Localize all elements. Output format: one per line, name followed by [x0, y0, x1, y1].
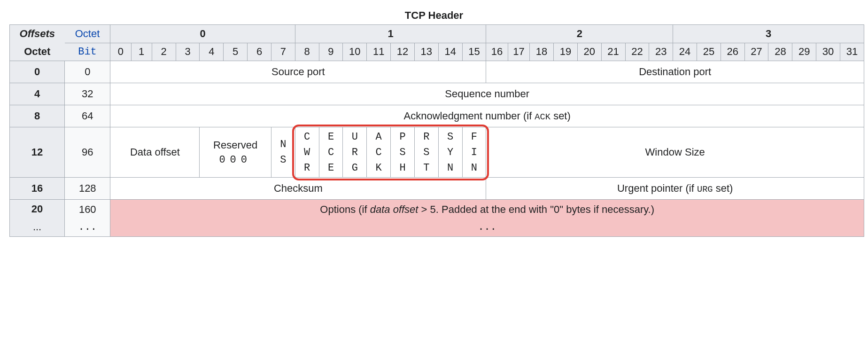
row-16-bit: 128	[65, 178, 110, 200]
field-options: Options (if data offset > 5. Padded at t…	[110, 200, 864, 237]
bit-7: 7	[271, 43, 295, 61]
bit-0: 0	[110, 43, 131, 61]
field-data-offset: Data offset	[110, 127, 200, 178]
octet-group-0: 0	[110, 25, 295, 43]
field-source-port: Source port	[110, 61, 486, 83]
field-checksum: Checksum	[110, 178, 486, 200]
options-dots: ...	[111, 219, 863, 236]
bit-2: 2	[152, 43, 176, 61]
bit-20: 20	[577, 43, 601, 61]
field-reserved: Reserved 000	[200, 127, 271, 178]
bit-14: 14	[438, 43, 462, 61]
flag-fin: F I N	[462, 127, 486, 178]
row-8-octet: 8	[10, 105, 65, 127]
field-ack-number: Acknowledgment number (if ACK set)	[110, 105, 864, 127]
bit-29: 29	[792, 43, 816, 61]
bit-19: 19	[554, 43, 578, 61]
offsets-label: Offsets	[10, 25, 65, 43]
bit-10: 10	[343, 43, 367, 61]
table-wrapper: Offsets Octet 0 1 2 3 Octet Bit 0 1 2 3 …	[9, 24, 864, 237]
row-20-octet: 20 ...	[10, 200, 65, 237]
octet-link-cell[interactable]: Octet	[65, 25, 110, 43]
field-destination-port: Destination port	[486, 61, 864, 83]
field-sequence-number: Sequence number	[110, 83, 864, 105]
header-row-bits: Octet Bit 0 1 2 3 4 5 6 7 8 9 10 11 12 1…	[10, 43, 864, 61]
offsets-text: Offsets	[20, 28, 55, 39]
bit-16: 16	[486, 43, 508, 61]
bit-17: 17	[508, 43, 529, 61]
bit-18: 18	[530, 43, 554, 61]
flag-syn: S Y N	[438, 127, 462, 178]
row-12: 12 96 Data offset Reserved 000 N S C W R…	[10, 127, 864, 178]
urg-mono: URG	[697, 184, 713, 195]
row-20-octet-val: 20	[10, 200, 64, 218]
bit-30: 30	[816, 43, 840, 61]
bit-28: 28	[768, 43, 792, 61]
bit-1: 1	[131, 43, 152, 61]
flag-ack: A C K	[367, 127, 391, 178]
row-20-bit-val: 160	[65, 201, 109, 219]
bit-23: 23	[649, 43, 673, 61]
octet-group-1: 1	[295, 25, 486, 43]
bit-12: 12	[391, 43, 415, 61]
flag-ece: E C E	[319, 127, 343, 178]
octet-group-2: 2	[486, 25, 673, 43]
flag-urg: U R G	[343, 127, 367, 178]
row-20-octet-dots: ...	[10, 218, 64, 236]
flag-ns: N S	[271, 127, 295, 178]
flag-cwr: C W R	[295, 127, 319, 178]
bit-24: 24	[673, 43, 697, 61]
ack-text-suffix: set)	[550, 110, 571, 122]
tcp-header-table: Offsets Octet 0 1 2 3 Octet Bit 0 1 2 3 …	[9, 24, 864, 237]
row-16: 16 128 Checksum Urgent pointer (if URG s…	[10, 178, 864, 200]
header-row-octet-groups: Offsets Octet 0 1 2 3	[10, 25, 864, 43]
row-16-octet: 16	[10, 178, 65, 200]
bit-11: 11	[367, 43, 391, 61]
reserved-label: Reserved	[200, 139, 270, 151]
row-0-bit: 0	[65, 61, 110, 83]
bit-6: 6	[248, 43, 271, 61]
urg-prefix: Urgent pointer (if	[617, 182, 697, 194]
bit-13: 13	[414, 43, 438, 61]
row-0-octet: 0	[10, 61, 65, 83]
row-12-bit: 96	[65, 127, 110, 178]
bit-22: 22	[625, 43, 649, 61]
bit-5: 5	[224, 43, 248, 61]
row-4: 4 32 Sequence number	[10, 83, 864, 105]
bit-27: 27	[744, 43, 768, 61]
flag-rst: R S T	[414, 127, 438, 178]
options-a: Options (if	[320, 203, 370, 215]
ack-text-prefix: Acknowledgment number (if	[404, 110, 535, 122]
ack-mono: ACK	[535, 112, 550, 122]
bit-25: 25	[697, 43, 721, 61]
bit-31: 31	[840, 43, 864, 61]
row-20-bit-dots: ...	[65, 219, 109, 236]
options-b: data offset	[370, 203, 418, 215]
field-window-size: Window Size	[486, 127, 864, 178]
row-4-octet: 4	[10, 83, 65, 105]
bit-21: 21	[601, 43, 625, 61]
row-4-bit: 32	[65, 83, 110, 105]
row-20-bit: 160 ...	[65, 200, 110, 237]
row-8: 8 64 Acknowledgment number (if ACK set)	[10, 105, 864, 127]
bit-15: 15	[462, 43, 486, 61]
bit-9: 9	[319, 43, 343, 61]
bit-26: 26	[721, 43, 744, 61]
reserved-bits: 000	[200, 154, 270, 166]
flag-psh: P S H	[391, 127, 415, 178]
bit-8: 8	[295, 43, 319, 61]
bit-4: 4	[200, 43, 224, 61]
urg-suffix: set)	[713, 182, 733, 194]
diagram-title: TCP Header	[9, 9, 859, 22]
options-c: > 5. Padded at the end with "0" bytes if…	[418, 203, 654, 215]
field-urgent-pointer: Urgent pointer (if URG set)	[486, 178, 864, 200]
row-12-octet: 12	[10, 127, 65, 178]
octet-row-label: Octet	[10, 43, 65, 61]
row-0: 0 0 Source port Destination port	[10, 61, 864, 83]
bit-3: 3	[176, 43, 200, 61]
row-8-bit: 64	[65, 105, 110, 127]
bit-link-cell[interactable]: Bit	[65, 43, 110, 61]
octet-group-3: 3	[673, 25, 864, 43]
